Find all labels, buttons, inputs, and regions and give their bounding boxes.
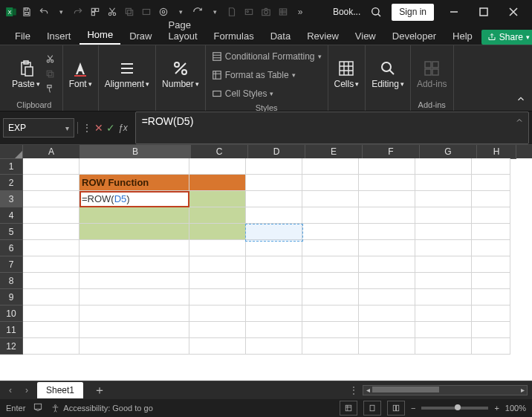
cell-H12[interactable] [472,338,510,355]
cell-H1[interactable] [472,158,510,175]
cell-B2[interactable]: ROW Function [80,175,189,191]
cell-E12[interactable] [302,338,359,355]
cell-D9[interactable] [246,289,302,306]
scrollbar-thumb[interactable] [372,387,439,392]
cell-G10[interactable] [415,306,472,322]
collapse-ribbon-icon[interactable] [516,94,526,106]
zoom-level[interactable]: 100% [505,404,526,413]
cell-D6[interactable] [246,240,302,256]
cut-icon[interactable] [104,1,120,22]
next-sheet-icon[interactable]: › [21,384,33,396]
cell-D10[interactable] [246,306,302,322]
font-button[interactable]: Font▾ [69,58,92,89]
cell-D11[interactable] [246,322,302,338]
cell-F5[interactable] [359,224,415,240]
enter-icon[interactable]: ✓ [106,122,115,134]
normal-view-icon[interactable] [340,401,357,416]
cell-G7[interactable] [415,256,472,273]
col-header-C[interactable]: C [191,145,248,159]
cell-D1[interactable] [246,158,302,175]
cell-G9[interactable] [415,289,472,306]
qat-icon[interactable] [87,1,103,22]
qat-dropdown-icon[interactable]: ▾ [207,1,223,22]
cell-H11[interactable] [472,322,510,338]
cell-F11[interactable] [359,322,415,338]
cell-B10[interactable] [80,306,189,322]
row-header-2[interactable]: 2 [0,175,23,191]
editing-button[interactable]: Editing▾ [372,58,404,89]
cell-E4[interactable] [302,207,359,224]
cell-H4[interactable] [472,207,510,224]
cell-H9[interactable] [472,289,510,306]
row-header-9[interactable]: 9 [0,289,23,306]
cell-B6[interactable] [80,240,189,256]
cell-F9[interactable] [359,289,415,306]
cell-G5[interactable] [415,224,472,240]
tab-insert[interactable]: Insert [39,28,79,45]
cell-H8[interactable] [472,273,510,289]
cell-D7[interactable] [246,256,302,273]
select-all-corner[interactable] [0,145,23,159]
cell-H10[interactable] [472,306,510,322]
cell-A1[interactable] [23,158,80,175]
cell-F2[interactable] [359,175,415,191]
cell-G2[interactable] [415,175,472,191]
row-header-7[interactable]: 7 [0,256,23,273]
cell-C1[interactable] [189,158,246,175]
addins-button[interactable]: Add-ins [417,58,447,89]
cell-C7[interactable] [189,256,246,273]
cell-E9[interactable] [302,289,359,306]
cell-E11[interactable] [302,322,359,338]
cell-B9[interactable] [80,289,189,306]
cell-A7[interactable] [23,256,80,273]
minimize-button[interactable] [440,0,468,24]
cell-D3[interactable] [246,191,302,207]
page-layout-view-icon[interactable] [363,401,381,416]
cell-E1[interactable] [302,158,359,175]
cell-F10[interactable] [359,306,415,322]
cell-C10[interactable] [189,306,246,322]
cut-icon[interactable] [45,53,56,65]
row-header-10[interactable]: 10 [0,306,23,322]
row-header-8[interactable]: 8 [0,273,23,289]
cell-D12[interactable] [246,338,302,355]
cell-A10[interactable] [23,306,80,322]
cell-B11[interactable] [80,322,189,338]
cell-G11[interactable] [415,322,472,338]
cell-B4[interactable] [80,207,189,224]
col-header-E[interactable]: E [305,145,363,159]
cell-C8[interactable] [189,273,246,289]
save-icon[interactable] [19,1,35,22]
copy-icon[interactable] [121,1,137,22]
cell-G8[interactable] [415,273,472,289]
cell-C4[interactable] [189,207,246,224]
zoom-out-icon[interactable]: − [411,404,415,413]
zoom-in-icon[interactable]: + [494,404,499,413]
status-icon[interactable] [33,402,43,414]
cell-H3[interactable] [472,191,510,207]
dots-icon[interactable]: ⋮ [348,384,360,396]
cell-styles-button[interactable]: Cell Styles▾ [212,85,274,102]
cell-A11[interactable] [23,322,80,338]
cell-A6[interactable] [23,240,80,256]
cell-A8[interactable] [23,273,80,289]
col-header-G[interactable]: G [420,145,477,159]
number-button[interactable]: Number▾ [162,58,199,89]
paste-button[interactable]: Paste▾ [12,58,40,89]
cell-B7[interactable] [80,256,189,273]
worksheet-grid[interactable]: A B C D E F G H 12ROW Function3=ROW(D5)4… [0,145,532,381]
tab-review[interactable]: Review [299,28,346,45]
row-header-3[interactable]: 3 [0,191,23,207]
cell-A2[interactable] [23,175,80,191]
cell-A9[interactable] [23,289,80,306]
cell-H7[interactable] [472,256,510,273]
signin-button[interactable]: Sign in [392,4,434,21]
cell-C5[interactable] [189,224,246,240]
horizontal-scrollbar[interactable]: ◂ ▸ [363,385,528,395]
row-header-12[interactable]: 12 [0,338,23,355]
qat-icon[interactable] [241,1,257,22]
cell-B3[interactable]: =ROW(D5) [80,191,189,207]
redo-icon[interactable] [70,1,86,22]
tab-file[interactable]: File [7,28,38,45]
cell-G12[interactable] [415,338,472,355]
